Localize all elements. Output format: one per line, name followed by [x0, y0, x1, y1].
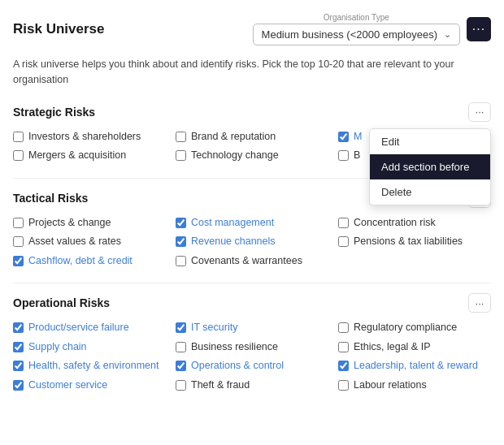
operational-checkbox-7[interactable]: [176, 361, 186, 371]
operational-checkbox-1[interactable]: [176, 322, 186, 333]
strategic-dropdown-menu: Edit Add section before Delete: [369, 128, 491, 205]
list-item: Revenue channels: [176, 235, 328, 249]
item-label: Cashflow, debt & credit: [28, 254, 133, 269]
list-item: Brand & reputation: [176, 130, 328, 145]
tactical-checkbox-1[interactable]: [176, 218, 186, 228]
operational-checkbox-2[interactable]: [338, 322, 349, 333]
list-item: Theft & fraud: [176, 378, 328, 393]
item-label: Concentration risk: [354, 216, 436, 231]
operational-menu-button[interactable]: ···: [468, 293, 491, 313]
org-type-label: Organisation Type: [253, 13, 460, 22]
item-label: Covenants & warrantees: [191, 254, 302, 269]
operational-checkbox-9[interactable]: [13, 380, 24, 391]
list-item: Regulatory compliance: [338, 321, 491, 335]
list-item: Cashflow, debt & credit: [13, 254, 166, 269]
item-label: Ethics, legal & IP: [354, 340, 431, 355]
section-divider-2: [13, 283, 491, 283]
item-label: Health, safety & environment: [28, 359, 159, 374]
list-item: Supply chain: [13, 340, 166, 355]
item-label: Investors & shareholders: [28, 130, 141, 145]
item-label: Theft & fraud: [191, 378, 250, 393]
operational-checkbox-6[interactable]: [13, 361, 24, 371]
page-description: A risk universe helps you think about an…: [13, 57, 491, 88]
item-label: Asset values & rates: [28, 235, 121, 249]
item-label: Regulatory compliance: [354, 321, 457, 335]
item-label: Brand & reputation: [191, 130, 276, 145]
list-item: IT security: [176, 321, 328, 335]
tactical-checkbox-0[interactable]: [13, 218, 24, 228]
item-label: Product/service failure: [28, 321, 129, 335]
strategic-checkbox-4[interactable]: [176, 150, 186, 161]
dropdown-add-section[interactable]: Add section before: [370, 154, 490, 179]
strategic-checkbox-0[interactable]: [13, 132, 24, 142]
list-item: Labour relations: [338, 378, 491, 393]
item-label: M: [354, 130, 362, 145]
item-label: Customer service: [28, 378, 107, 393]
item-label: Technology change: [191, 149, 279, 163]
item-label: Cost management: [191, 216, 274, 231]
item-label: Pensions & tax liabilities: [354, 235, 463, 249]
list-item: Health, safety & environment: [13, 359, 166, 374]
tactical-checkbox-4[interactable]: [176, 236, 186, 247]
list-item: Projects & change: [13, 216, 166, 231]
item-label: Business resilience: [191, 340, 278, 355]
strategic-checkbox-1[interactable]: [176, 132, 186, 142]
item-label: IT security: [191, 321, 237, 335]
operational-items-grid: Product/service failure IT security Regu…: [13, 321, 491, 392]
chevron-down-icon: ⌄: [444, 29, 451, 40]
list-item: Ethics, legal & IP: [338, 340, 491, 355]
header-menu-button[interactable]: ···: [467, 17, 491, 41]
strategic-menu-button[interactable]: ···: [468, 102, 491, 122]
list-item: Business resilience: [176, 340, 328, 355]
list-item: Cost management: [176, 216, 328, 231]
item-label: Mergers & acquisition: [28, 149, 126, 163]
list-item: Leadership, talent & reward: [338, 359, 491, 374]
item-label: Leadership, talent & reward: [354, 359, 478, 374]
org-type-wrapper: Organisation Type Medium business (<2000…: [253, 13, 460, 45]
org-type-value: Medium business (<2000 employees): [262, 28, 437, 41]
list-item: Concentration risk: [338, 216, 491, 231]
strategic-checkbox-5[interactable]: [338, 150, 349, 161]
operational-checkbox-10[interactable]: [176, 380, 186, 391]
tactical-items-grid: Projects & change Cost management Concen…: [13, 216, 491, 269]
strategic-section-header: Strategic Risks ···: [13, 102, 491, 122]
operational-checkbox-5[interactable]: [338, 342, 349, 352]
page-title: Risk Universe: [13, 21, 104, 37]
item-label: Revenue channels: [191, 235, 276, 249]
list-item: Technology change: [176, 149, 328, 163]
strategic-checkbox-2[interactable]: [338, 132, 349, 142]
strategic-risks-section: Strategic Risks ··· Edit Add section bef…: [13, 102, 491, 163]
list-item: Asset values & rates: [13, 235, 166, 249]
operational-checkbox-3[interactable]: [13, 342, 24, 352]
item-label: Projects & change: [28, 216, 111, 231]
page-header: Risk Universe Organisation Type Medium b…: [13, 13, 491, 45]
strategic-checkbox-3[interactable]: [13, 150, 24, 161]
item-label: Labour relations: [354, 378, 427, 393]
operational-checkbox-11[interactable]: [338, 380, 349, 391]
item-label: B: [354, 149, 360, 163]
tactical-checkbox-7[interactable]: [176, 256, 186, 266]
strategic-section-title: Strategic Risks: [13, 106, 95, 119]
tactical-checkbox-5[interactable]: [338, 236, 349, 247]
operational-checkbox-8[interactable]: [338, 361, 349, 371]
list-item: Operations & control: [176, 359, 328, 374]
tactical-checkbox-6[interactable]: [13, 256, 24, 266]
operational-checkbox-0[interactable]: [13, 322, 24, 333]
list-item: Investors & shareholders: [13, 130, 166, 145]
tactical-section-title: Tactical Risks: [13, 192, 88, 205]
list-item: Product/service failure: [13, 321, 166, 335]
header-controls: Organisation Type Medium business (<2000…: [253, 13, 491, 45]
list-item: Customer service: [13, 378, 166, 393]
org-type-select[interactable]: Medium business (<2000 employees) ⌄: [253, 24, 460, 45]
list-item: Covenants & warrantees: [176, 254, 328, 269]
operational-risks-section: Operational Risks ··· Product/service fa…: [13, 293, 491, 392]
dropdown-edit[interactable]: Edit: [370, 129, 490, 154]
dropdown-delete[interactable]: Delete: [370, 179, 490, 205]
list-item: Pensions & tax liabilities: [338, 235, 491, 249]
item-label: Operations & control: [191, 359, 284, 374]
tactical-checkbox-3[interactable]: [13, 236, 24, 247]
tactical-checkbox-2[interactable]: [338, 218, 349, 228]
operational-section-header: Operational Risks ···: [13, 293, 491, 313]
operational-checkbox-4[interactable]: [176, 342, 186, 352]
operational-section-title: Operational Risks: [13, 296, 110, 309]
